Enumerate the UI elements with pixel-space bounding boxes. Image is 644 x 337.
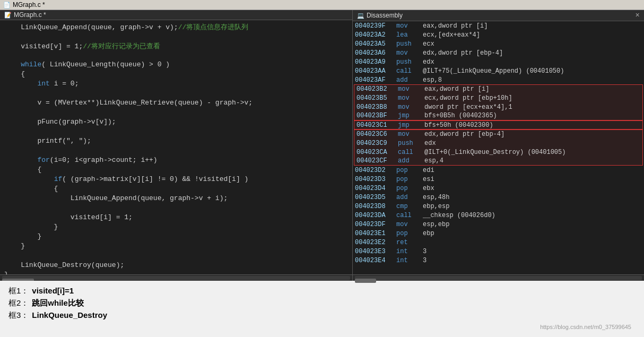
disasm-addr: 004023D2 <box>355 167 396 174</box>
disasm-mnemonic: mov <box>398 85 424 93</box>
disasm-addr: 004023AF <box>355 76 396 84</box>
code-line-text: } <box>4 223 58 231</box>
code-panel-title: 📝 MGraph.c * <box>0 10 352 20</box>
code-line: LinkQueue_Destroy(queue); <box>0 261 352 271</box>
disasm-mnemonic: int <box>396 248 423 255</box>
code-horizontal-scrollbar[interactable] <box>0 274 352 281</box>
disasm-mnemonic: mov <box>396 22 423 30</box>
disasm-row: 004023E1popebp <box>353 229 644 238</box>
disasm-row: 004023D5addesp,48h <box>353 193 644 202</box>
watermark: https://blog.csdn.net/m0_37599645 <box>8 324 636 330</box>
disasm-addr: 004023A2 <box>355 31 396 39</box>
disasm-operands: edx <box>423 58 642 66</box>
disasm-row: 004023A5pushecx <box>353 39 644 48</box>
disasm-addr: 004023DA <box>355 212 396 219</box>
disasm-operands: __chkesp (004026d0) <box>423 212 642 219</box>
disasm-row: 004023D2popedi <box>353 166 644 175</box>
code-line-text: LinkQueue_Append(queue, graph->v + i); <box>4 194 228 202</box>
code-line-text: } <box>4 242 25 250</box>
disasm-addr: 004023DF <box>355 221 396 228</box>
disasm-addr: 004023CA <box>356 149 398 156</box>
disasm-row: 004023B8movdword ptr [ecx+eax*4],1 <box>354 102 643 111</box>
disasm-addr: 004023A5 <box>355 40 396 48</box>
disasm-addr: 004023E1 <box>355 230 396 237</box>
disasm-mnemonic: cmp <box>396 203 423 210</box>
disasm-row: 004023DFmovesp,ebp <box>353 220 644 229</box>
disasm-row: 004023C1jmpbfs+50h (00402300) <box>354 120 643 129</box>
disasm-operands: dword ptr [ecx+eax*4],1 <box>424 103 640 111</box>
disasm-row: 004023DAcall__chkesp (004026d0) <box>353 211 644 220</box>
disasm-addr: 004023BF <box>356 112 398 119</box>
disasm-operands: ecx,dword ptr [ebp+10h] <box>424 94 640 102</box>
annotation-text: visited[i]=1 <box>32 286 74 295</box>
disasm-addr: 004023C6 <box>356 131 398 138</box>
disasm-mnemonic: mov <box>396 49 423 57</box>
disasm-scroll-thumb[interactable] <box>355 279 376 283</box>
disasm-operands: edx <box>424 140 640 147</box>
code-line: int i = 0; <box>0 80 352 89</box>
disasm-row: 004023C9pushedx <box>354 139 643 148</box>
code-line-text: LinkQueue_Append(queue, graph->v + v);//… <box>4 22 248 32</box>
disasm-operands: ecx,[edx+eax*4] <box>423 31 642 39</box>
code-line: v = (MVertex**)LinkQueue_Retrieve(queue)… <box>0 99 352 108</box>
code-line-text: pFunc(graph->v[v]); <box>4 118 116 126</box>
code-line-text: printf(", "); <box>4 137 91 145</box>
code-line <box>0 32 352 41</box>
code-line-text: int i = 0; <box>4 80 79 88</box>
code-line-text: { <box>4 185 58 193</box>
code-line: } <box>0 271 352 274</box>
code-line: LinkQueue_Append(queue, graph->v + v);//… <box>0 22 352 32</box>
disasm-addr: 004023AA <box>355 67 396 75</box>
disasm-horizontal-scrollbar[interactable] <box>353 274 644 281</box>
code-line <box>0 252 352 261</box>
code-line-text: LinkQueue_Destroy(queue); <box>4 261 124 269</box>
disasm-operands: @ILT+0(_LinkQueue_Destroy) (00401005) <box>424 149 640 156</box>
code-content[interactable]: LinkQueue_Append(queue, graph->v + v);//… <box>0 20 352 274</box>
code-line: visited[v] = 1;//将对应行记录为已查看 <box>0 41 352 51</box>
disasm-content[interactable]: 0040239Fmoveax,dword ptr [i]004023A2leae… <box>353 21 644 274</box>
disasm-panel: 💻 Disassembly × 0040239Fmoveax,dword ptr… <box>353 10 644 281</box>
disasm-operands: ebx <box>423 185 642 192</box>
disasm-addr: 0040239F <box>355 22 396 30</box>
disasm-mnemonic: call <box>396 67 423 75</box>
disasm-mnemonic: lea <box>396 31 423 39</box>
disasm-addr: 004023C9 <box>356 140 398 147</box>
disasm-operands: esi <box>423 176 642 183</box>
disasm-operands: eax,dword ptr [i] <box>423 22 642 30</box>
annotation-label: 框3： <box>8 310 29 321</box>
code-line <box>0 204 352 213</box>
disasm-operands: bfs+0B5h (00402365) <box>424 112 640 119</box>
disasm-mnemonic: call <box>398 149 424 156</box>
disasm-title: 💻 Disassembly × <box>353 10 644 21</box>
code-panel-label: MGraph.c * <box>14 11 46 19</box>
code-line <box>0 108 352 118</box>
disasm-addr: 004023E3 <box>355 248 396 255</box>
disasm-row: 004023AAcall@ILT+75(_LinkQueue_Append) (… <box>353 66 644 75</box>
code-line-text: { <box>4 70 25 78</box>
code-line: { <box>0 166 352 175</box>
code-panel: 📝 MGraph.c * LinkQueue_Append(queue, gra… <box>0 10 353 281</box>
close-icon[interactable]: × <box>636 11 640 20</box>
cpu-icon: 💻 <box>357 12 364 19</box>
disasm-mnemonic: push <box>396 58 423 66</box>
code-line-text: } <box>4 271 8 274</box>
disasm-row: 004023D8cmpebp,esp <box>353 202 644 211</box>
disasm-mnemonic: mov <box>398 103 424 111</box>
scroll-thumb[interactable] <box>2 279 34 281</box>
code-line: if( (graph->matrix[v][i] != 0) && !visit… <box>0 175 352 185</box>
disasm-row: 004023A6movedx,dword ptr [ebp-4] <box>353 48 644 57</box>
code-line-text: visited[i] = 1; <box>4 213 133 221</box>
code-line: for(i=0; i<graph->count; i++) <box>0 156 352 166</box>
disasm-row: 004023D3popesi <box>353 175 644 184</box>
code-line: { <box>0 185 352 194</box>
code-line: LinkQueue_Append(queue, graph->v + i); <box>0 194 352 204</box>
disasm-mnemonic: push <box>398 140 424 147</box>
disasm-addr: 004023E4 <box>355 257 396 264</box>
disasm-operands: eax,dword ptr [i] <box>424 85 640 93</box>
code-line-text: for(i=0; i<graph->count; i++) <box>4 156 158 164</box>
code-line: pFunc(graph->v[v]); <box>0 118 352 127</box>
disasm-row: 004023CAcall@ILT+0(_LinkQueue_Destroy) (… <box>354 148 643 157</box>
annotation-line: 框1：visited[i]=1 <box>8 286 636 296</box>
disasm-operands: esp,ebp <box>423 221 642 228</box>
disasm-operands: esp,4 <box>424 157 640 165</box>
